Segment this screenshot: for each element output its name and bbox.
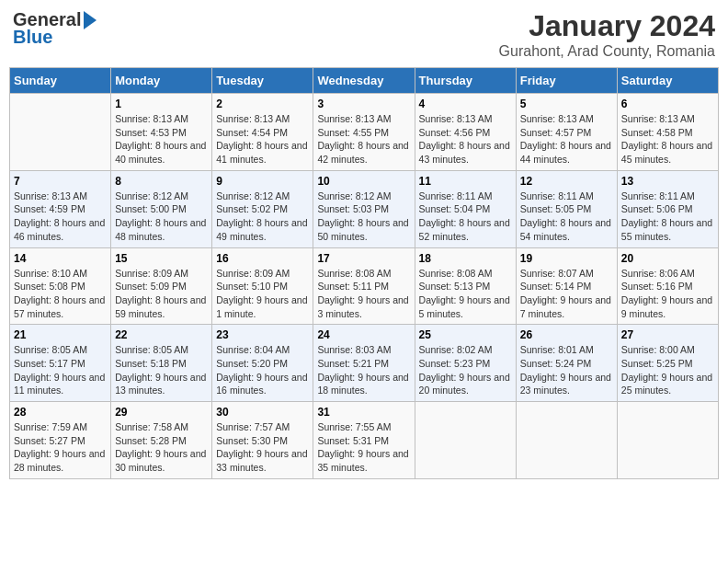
day-sun-info: Sunrise: 8:01 AMSunset: 5:24 PMDaylight:… bbox=[520, 343, 613, 397]
day-sun-info: Sunrise: 8:11 AMSunset: 5:05 PMDaylight:… bbox=[520, 190, 613, 244]
day-sun-info: Sunrise: 7:57 AMSunset: 5:30 PMDaylight:… bbox=[216, 420, 309, 475]
day-sun-info: Sunrise: 8:06 AMSunset: 5:16 PMDaylight:… bbox=[621, 267, 714, 321]
day-number: 25 bbox=[419, 328, 512, 341]
day-number: 19 bbox=[520, 252, 613, 265]
day-sun-info: Sunrise: 8:13 AMSunset: 4:55 PMDaylight:… bbox=[317, 112, 410, 167]
day-sun-info: Sunrise: 8:13 AMSunset: 4:53 PMDaylight:… bbox=[115, 112, 208, 167]
weekday-header-row: SundayMondayTuesdayWednesdayThursdayFrid… bbox=[10, 68, 719, 94]
logo-arrow-icon bbox=[84, 11, 97, 29]
day-sun-info: Sunrise: 8:10 AMSunset: 5:08 PMDaylight:… bbox=[14, 267, 107, 321]
logo: General Blue bbox=[13, 9, 97, 48]
page-header: General Blue January 2024 Gurahont, Arad… bbox=[9, 9, 719, 60]
calendar-cell: 3Sunrise: 8:13 AMSunset: 4:55 PMDaylight… bbox=[313, 94, 415, 171]
day-sun-info: Sunrise: 8:08 AMSunset: 5:13 PMDaylight:… bbox=[419, 267, 512, 321]
weekday-header: Friday bbox=[516, 68, 617, 94]
day-number: 27 bbox=[621, 328, 714, 341]
day-number: 1 bbox=[115, 98, 208, 110]
weekday-header: Sunday bbox=[10, 68, 111, 94]
calendar-cell: 31Sunrise: 7:55 AMSunset: 5:31 PMDayligh… bbox=[313, 402, 415, 479]
day-number: 24 bbox=[317, 328, 410, 341]
weekday-header: Monday bbox=[111, 68, 212, 94]
calendar-cell: 30Sunrise: 7:57 AMSunset: 5:30 PMDayligh… bbox=[212, 402, 313, 479]
day-number: 13 bbox=[621, 175, 714, 188]
day-number: 30 bbox=[216, 406, 309, 419]
day-sun-info: Sunrise: 7:55 AMSunset: 5:31 PMDaylight:… bbox=[317, 420, 410, 475]
calendar-cell: 9Sunrise: 8:12 AMSunset: 5:02 PMDaylight… bbox=[212, 170, 313, 247]
calendar-cell: 8Sunrise: 8:12 AMSunset: 5:00 PMDaylight… bbox=[111, 170, 212, 247]
calendar-cell: 24Sunrise: 8:03 AMSunset: 5:21 PMDayligh… bbox=[313, 325, 415, 402]
calendar-cell: 14Sunrise: 8:10 AMSunset: 5:08 PMDayligh… bbox=[10, 247, 111, 325]
day-number: 7 bbox=[14, 175, 107, 188]
day-number: 15 bbox=[115, 252, 208, 265]
calendar-cell: 1Sunrise: 8:13 AMSunset: 4:53 PMDaylight… bbox=[111, 94, 212, 171]
day-number: 17 bbox=[317, 252, 410, 265]
day-sun-info: Sunrise: 7:58 AMSunset: 5:28 PMDaylight:… bbox=[115, 420, 208, 475]
calendar-cell: 15Sunrise: 8:09 AMSunset: 5:09 PMDayligh… bbox=[111, 247, 212, 325]
day-sun-info: Sunrise: 8:12 AMSunset: 5:03 PMDaylight:… bbox=[317, 190, 410, 244]
calendar-cell bbox=[617, 402, 718, 479]
calendar-cell: 23Sunrise: 8:04 AMSunset: 5:20 PMDayligh… bbox=[212, 325, 313, 402]
day-number: 29 bbox=[115, 406, 208, 419]
day-number: 10 bbox=[317, 175, 410, 188]
calendar-cell: 26Sunrise: 8:01 AMSunset: 5:24 PMDayligh… bbox=[516, 325, 617, 402]
weekday-header: Tuesday bbox=[212, 68, 313, 94]
calendar-cell: 21Sunrise: 8:05 AMSunset: 5:17 PMDayligh… bbox=[10, 325, 111, 402]
day-number: 23 bbox=[216, 328, 309, 341]
calendar-cell: 6Sunrise: 8:13 AMSunset: 4:58 PMDaylight… bbox=[617, 94, 718, 171]
calendar-cell: 13Sunrise: 8:11 AMSunset: 5:06 PMDayligh… bbox=[617, 170, 718, 247]
day-number: 6 bbox=[621, 98, 714, 110]
day-number: 14 bbox=[14, 252, 107, 265]
calendar-cell: 29Sunrise: 7:58 AMSunset: 5:28 PMDayligh… bbox=[111, 402, 212, 479]
day-sun-info: Sunrise: 8:12 AMSunset: 5:00 PMDaylight:… bbox=[115, 190, 208, 244]
calendar-cell bbox=[516, 402, 617, 479]
day-number: 2 bbox=[216, 98, 309, 110]
calendar-cell: 17Sunrise: 8:08 AMSunset: 5:11 PMDayligh… bbox=[313, 247, 415, 325]
day-sun-info: Sunrise: 8:13 AMSunset: 4:58 PMDaylight:… bbox=[621, 112, 714, 167]
title-block: January 2024 Gurahont, Arad County, Roma… bbox=[499, 9, 715, 60]
calendar-cell: 18Sunrise: 8:08 AMSunset: 5:13 PMDayligh… bbox=[415, 247, 516, 325]
day-number: 9 bbox=[216, 175, 309, 188]
weekday-header: Wednesday bbox=[313, 68, 415, 94]
day-sun-info: Sunrise: 8:05 AMSunset: 5:17 PMDaylight:… bbox=[14, 343, 107, 397]
day-sun-info: Sunrise: 8:07 AMSunset: 5:14 PMDaylight:… bbox=[520, 267, 613, 321]
day-number: 4 bbox=[419, 98, 512, 110]
calendar-week-row: 28Sunrise: 7:59 AMSunset: 5:27 PMDayligh… bbox=[10, 402, 719, 479]
day-sun-info: Sunrise: 8:03 AMSunset: 5:21 PMDaylight:… bbox=[317, 343, 410, 397]
day-sun-info: Sunrise: 8:02 AMSunset: 5:23 PMDaylight:… bbox=[419, 343, 512, 397]
day-sun-info: Sunrise: 8:13 AMSunset: 4:56 PMDaylight:… bbox=[419, 112, 512, 167]
day-number: 8 bbox=[115, 175, 208, 188]
day-sun-info: Sunrise: 8:04 AMSunset: 5:20 PMDaylight:… bbox=[216, 343, 309, 397]
day-number: 22 bbox=[115, 328, 208, 341]
day-number: 12 bbox=[520, 175, 613, 188]
day-number: 26 bbox=[520, 328, 613, 341]
calendar-week-row: 7Sunrise: 8:13 AMSunset: 4:59 PMDaylight… bbox=[10, 170, 719, 247]
day-sun-info: Sunrise: 8:05 AMSunset: 5:18 PMDaylight:… bbox=[115, 343, 208, 397]
day-number: 18 bbox=[419, 252, 512, 265]
calendar-cell: 20Sunrise: 8:06 AMSunset: 5:16 PMDayligh… bbox=[617, 247, 718, 325]
weekday-header: Thursday bbox=[415, 68, 516, 94]
weekday-header: Saturday bbox=[617, 68, 718, 94]
day-sun-info: Sunrise: 8:09 AMSunset: 5:09 PMDaylight:… bbox=[115, 267, 208, 321]
calendar-cell: 27Sunrise: 8:00 AMSunset: 5:25 PMDayligh… bbox=[617, 325, 718, 402]
day-number: 28 bbox=[14, 406, 107, 419]
day-sun-info: Sunrise: 8:13 AMSunset: 4:57 PMDaylight:… bbox=[520, 112, 613, 167]
day-number: 21 bbox=[14, 328, 107, 341]
day-sun-info: Sunrise: 8:12 AMSunset: 5:02 PMDaylight:… bbox=[216, 190, 309, 244]
calendar-cell: 10Sunrise: 8:12 AMSunset: 5:03 PMDayligh… bbox=[313, 170, 415, 247]
day-sun-info: Sunrise: 8:09 AMSunset: 5:10 PMDaylight:… bbox=[216, 267, 309, 321]
calendar-cell: 12Sunrise: 8:11 AMSunset: 5:05 PMDayligh… bbox=[516, 170, 617, 247]
calendar-table: SundayMondayTuesdayWednesdayThursdayFrid… bbox=[9, 67, 719, 479]
calendar-cell bbox=[415, 402, 516, 479]
calendar-cell: 28Sunrise: 7:59 AMSunset: 5:27 PMDayligh… bbox=[10, 402, 111, 479]
page-title: January 2024 bbox=[499, 9, 715, 43]
calendar-cell: 4Sunrise: 8:13 AMSunset: 4:56 PMDaylight… bbox=[415, 94, 516, 171]
calendar-cell: 22Sunrise: 8:05 AMSunset: 5:18 PMDayligh… bbox=[111, 325, 212, 402]
day-sun-info: Sunrise: 8:11 AMSunset: 5:04 PMDaylight:… bbox=[419, 190, 512, 244]
day-sun-info: Sunrise: 7:59 AMSunset: 5:27 PMDaylight:… bbox=[14, 420, 107, 475]
calendar-cell: 11Sunrise: 8:11 AMSunset: 5:04 PMDayligh… bbox=[415, 170, 516, 247]
calendar-week-row: 1Sunrise: 8:13 AMSunset: 4:53 PMDaylight… bbox=[10, 94, 719, 171]
page-subtitle: Gurahont, Arad County, Romania bbox=[499, 43, 715, 60]
calendar-cell: 25Sunrise: 8:02 AMSunset: 5:23 PMDayligh… bbox=[415, 325, 516, 402]
day-number: 31 bbox=[317, 406, 410, 419]
calendar-cell: 5Sunrise: 8:13 AMSunset: 4:57 PMDaylight… bbox=[516, 94, 617, 171]
